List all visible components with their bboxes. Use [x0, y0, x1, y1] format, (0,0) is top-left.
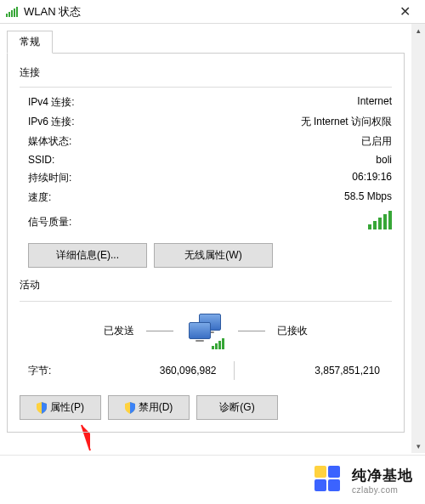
activity-visual: 已发送 已接收: [20, 314, 392, 348]
connection-group: IPv4 连接: Internet IPv6 连接: 无 Internet 访问…: [20, 87, 392, 268]
ipv6-row: IPv6 连接: 无 Internet 访问权限: [20, 112, 392, 132]
svg-rect-1: [8, 12, 10, 17]
window-title: WLAN 状态: [24, 4, 389, 20]
brand-name: 纯净基地: [352, 466, 413, 485]
dash-icon: [146, 331, 173, 331]
disable-button[interactable]: 禁用(D): [108, 395, 190, 420]
bytes-received-value: 3,857,851,210: [235, 365, 384, 377]
ipv4-label: IPv4 连接:: [28, 95, 75, 110]
scroll-down-icon[interactable]: ▾: [411, 439, 425, 453]
tab-content: 连接 IPv4 连接: Internet IPv6 连接: 无 Internet…: [7, 53, 405, 433]
details-button[interactable]: 详细信息(E)...: [28, 243, 147, 268]
signal-row: 信号质量:: [20, 207, 392, 238]
ipv6-label: IPv6 连接:: [28, 115, 75, 129]
signal-label: 信号质量:: [28, 215, 71, 229]
ipv4-row: IPv4 连接: Internet: [20, 93, 392, 112]
speed-value: 58.5 Mbps: [344, 190, 392, 205]
tabs: 常规: [7, 31, 405, 54]
activity-group-title: 活动: [20, 278, 392, 292]
svg-rect-4: [16, 7, 18, 17]
network-computers-icon: [185, 314, 226, 348]
brand-text: 纯净基地 czlaby.com: [352, 466, 413, 495]
tab-general[interactable]: 常规: [7, 31, 53, 54]
svg-rect-0: [6, 14, 8, 17]
titlebar: WLAN 状态 ✕: [0, 0, 425, 24]
dialog-body: 常规 连接 IPv4 连接: Internet IPv6 连接: 无 Inter…: [0, 24, 411, 433]
properties-button-label: 属性(P): [50, 400, 84, 415]
received-label: 已接收: [277, 324, 308, 338]
diagnose-button[interactable]: 诊断(G): [196, 395, 278, 420]
media-value: 已启用: [361, 134, 392, 149]
scrollbar[interactable]: ▴ ▾: [411, 24, 425, 453]
ssid-row: SSID: boli: [20, 151, 392, 168]
activity-group: 已发送 已接收 字节: 360,096,982 3,857,851,210: [20, 301, 392, 383]
sent-label: 已发送: [104, 324, 134, 338]
shield-icon: [37, 402, 47, 414]
wireless-properties-button[interactable]: 无线属性(W): [154, 243, 273, 268]
speed-label: 速度:: [28, 190, 51, 205]
duration-row: 持续时间: 06:19:16: [20, 168, 392, 188]
signal-bars-icon: [368, 211, 392, 229]
ipv6-value: 无 Internet 访问权限: [301, 115, 392, 129]
shield-icon: [125, 402, 135, 414]
bytes-row: 字节: 360,096,982 3,857,851,210: [20, 353, 392, 383]
watermark-footer: 纯净基地 czlaby.com: [0, 455, 425, 504]
close-button[interactable]: ✕: [389, 3, 420, 20]
duration-label: 持续时间:: [28, 171, 71, 185]
ssid-label: SSID:: [28, 154, 54, 166]
bytes-sent-value: 360,096,982: [71, 365, 234, 377]
media-row: 媒体状态: 已启用: [20, 132, 392, 151]
brand-logo-icon: [314, 466, 343, 495]
scroll-up-icon[interactable]: ▴: [411, 24, 425, 37]
bytes-label: 字节:: [28, 364, 71, 378]
connection-buttons: 详细信息(E)... 无线属性(W): [28, 243, 392, 268]
speed-row: 速度: 58.5 Mbps: [20, 188, 392, 207]
properties-button[interactable]: 属性(P): [20, 395, 101, 420]
disable-button-label: 禁用(D): [139, 400, 173, 415]
dash-icon: [238, 331, 265, 331]
duration-value: 06:19:16: [352, 171, 392, 185]
brand-url: czlaby.com: [352, 485, 413, 495]
svg-rect-3: [14, 8, 15, 17]
ipv4-value: Internet: [357, 95, 392, 110]
connection-group-title: 连接: [20, 65, 392, 80]
media-label: 媒体状态:: [28, 134, 71, 149]
wifi-icon: [5, 6, 19, 18]
bottom-buttons: 属性(P) 禁用(D) 诊断(G): [20, 395, 392, 420]
svg-rect-2: [11, 10, 13, 17]
ssid-value: boli: [376, 154, 392, 166]
